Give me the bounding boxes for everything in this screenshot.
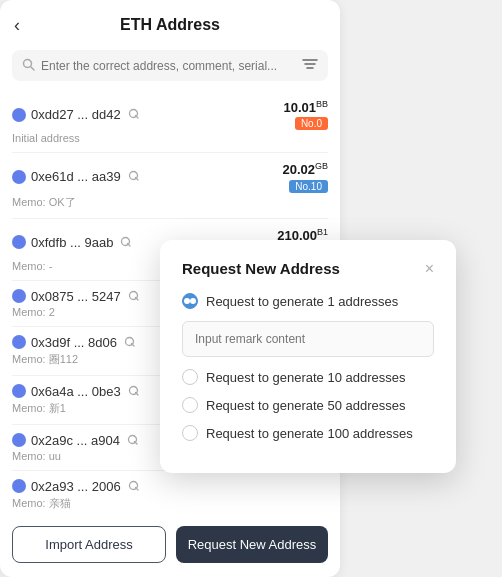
search-bar	[12, 50, 328, 81]
copy-icon[interactable]	[128, 108, 139, 121]
modal-close-button[interactable]: ×	[425, 261, 434, 277]
svg-marker-9	[16, 172, 22, 178]
radio-label: Request to generate 100 addresses	[206, 426, 413, 441]
radio-option[interactable]: Request to generate 100 addresses	[182, 425, 434, 441]
svg-line-36	[135, 487, 138, 490]
footer-buttons: Import Address Request New Address	[0, 516, 340, 577]
svg-marker-13	[16, 237, 22, 243]
copy-icon[interactable]	[128, 170, 139, 183]
search-input[interactable]	[41, 59, 296, 73]
svg-marker-33	[16, 481, 22, 487]
memo-text: Initial address	[12, 132, 328, 144]
address-text: 0x0875 ... 5247	[31, 289, 121, 304]
modal-header: Request New Address ×	[182, 260, 434, 277]
eth-icon	[12, 289, 26, 303]
address-text: 0xdd27 ... dd42	[31, 107, 121, 122]
copy-icon[interactable]	[128, 385, 139, 398]
svg-line-8	[135, 116, 138, 119]
filter-icon[interactable]	[302, 57, 318, 74]
amount: 20.02GB	[282, 161, 328, 177]
address-text: 0x6a4a ... 0be3	[31, 384, 121, 399]
svg-line-1	[31, 66, 35, 70]
svg-line-28	[135, 392, 138, 395]
svg-marker-17	[16, 291, 22, 297]
page-header: ‹ ETH Address	[0, 0, 340, 44]
address-text: 0x2a93 ... 2006	[31, 479, 121, 494]
svg-line-16	[128, 243, 131, 246]
svg-line-20	[135, 297, 138, 300]
eth-icon	[12, 235, 26, 249]
svg-line-12	[135, 178, 138, 181]
badge: No.10	[289, 180, 328, 193]
eth-icon	[12, 335, 26, 349]
memo-text: Memo: 亲猫	[12, 496, 328, 511]
radio-label: Request to generate 1 addresses	[206, 294, 398, 309]
back-button[interactable]: ‹	[14, 16, 20, 34]
eth-icon	[12, 433, 26, 447]
svg-marker-21	[16, 337, 22, 343]
radio-checked	[182, 293, 198, 309]
memo-text: Memo: OK了	[12, 195, 328, 210]
address-text: 0x2a9c ... a904	[31, 433, 120, 448]
list-item[interactable]: 0xe61d ... aa39 20.02GBNo.10Memo: OK了	[12, 153, 328, 218]
address-text: 0x3d9f ... 8d06	[31, 335, 117, 350]
modal-options: Request to generate 1 addresses Request …	[182, 293, 434, 441]
svg-marker-29	[16, 435, 22, 441]
list-item[interactable]: 0xdd27 ... dd42 10.01BBNo.0Initial addre…	[12, 91, 328, 153]
eth-icon	[12, 170, 26, 184]
radio-option[interactable]: Request to generate 1 addresses	[182, 293, 434, 309]
copy-icon[interactable]	[124, 336, 135, 349]
copy-icon[interactable]	[128, 290, 139, 303]
radio-option[interactable]: Request to generate 10 addresses	[182, 369, 434, 385]
radio-label: Request to generate 10 addresses	[206, 370, 405, 385]
search-icon	[22, 58, 35, 74]
modal-title: Request New Address	[182, 260, 340, 277]
radio-unchecked	[182, 369, 198, 385]
eth-icon	[12, 108, 26, 122]
amount: 10.01BB	[283, 99, 328, 115]
remark-input[interactable]	[182, 321, 434, 357]
radio-unchecked	[182, 397, 198, 413]
radio-unchecked	[182, 425, 198, 441]
copy-icon[interactable]	[127, 434, 138, 447]
svg-marker-5	[16, 110, 22, 116]
eth-icon	[12, 384, 26, 398]
svg-marker-25	[16, 386, 22, 392]
copy-icon[interactable]	[120, 236, 131, 249]
copy-icon[interactable]	[128, 480, 139, 493]
svg-line-24	[132, 343, 135, 346]
badge: No.0	[295, 117, 328, 130]
request-modal: Request New Address × Request to generat…	[160, 240, 456, 473]
list-item[interactable]: 0x2a93 ... 2006 Memo: 亲猫	[12, 471, 328, 516]
address-text: 0xfdfb ... 9aab	[31, 235, 113, 250]
page-title: ETH Address	[120, 16, 220, 34]
radio-option[interactable]: Request to generate 50 addresses	[182, 397, 434, 413]
eth-icon	[12, 479, 26, 493]
import-address-button[interactable]: Import Address	[12, 526, 166, 563]
radio-label: Request to generate 50 addresses	[206, 398, 405, 413]
address-text: 0xe61d ... aa39	[31, 169, 121, 184]
svg-line-32	[134, 441, 137, 444]
request-new-address-button[interactable]: Request New Address	[176, 526, 328, 563]
